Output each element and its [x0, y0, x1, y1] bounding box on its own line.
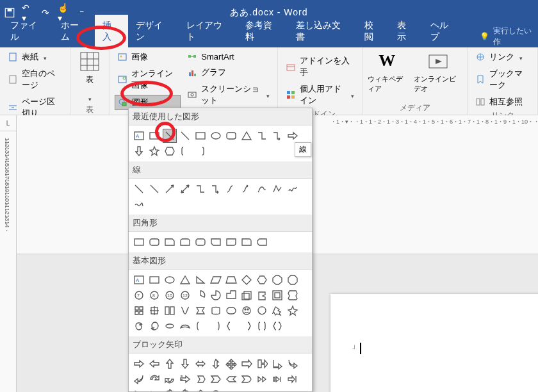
- shape-arrow-8[interactable]: [255, 357, 269, 371]
- shape-arrow-9[interactable]: [270, 357, 284, 371]
- pictures-button[interactable]: 画像: [115, 50, 181, 64]
- shape-basic-26[interactable]: [193, 304, 208, 318]
- shape-basic-10[interactable]: [286, 273, 300, 287]
- shape-bracket[interactable]: [178, 144, 192, 158]
- shape-basic-2[interactable]: [163, 273, 177, 287]
- wikipedia-button[interactable]: W ウィキペディア: [368, 50, 410, 94]
- shape-basic-13[interactable]: 10: [163, 288, 177, 302]
- tab-help[interactable]: ヘルプ: [423, 15, 464, 47]
- tab-view[interactable]: 表示: [389, 15, 422, 47]
- shape-line[interactable]: [163, 129, 177, 143]
- shape-basic-1[interactable]: [147, 273, 161, 287]
- tab-references[interactable]: 参考資料: [238, 15, 288, 47]
- tab-home[interactable]: ホーム: [53, 15, 95, 47]
- shape-basic-23[interactable]: [147, 304, 161, 318]
- shape-basic-34[interactable]: [147, 319, 161, 333]
- shape-basic-18[interactable]: [240, 288, 254, 302]
- shape-oval[interactable]: [209, 129, 223, 143]
- shape-r1[interactable]: [132, 235, 146, 249]
- shape-arrow-6[interactable]: [224, 357, 238, 371]
- shape-basic-28[interactable]: [224, 304, 238, 318]
- shape-basic-30[interactable]: [255, 304, 269, 318]
- shape-basic-40[interactable]: [240, 319, 254, 333]
- shape-conn2[interactable]: [209, 182, 223, 196]
- shape-curve3[interactable]: [255, 182, 269, 196]
- shape-freeform[interactable]: [270, 182, 284, 196]
- shape-basic-37[interactable]: [193, 319, 208, 333]
- bookmark-button[interactable]: ブックマーク: [473, 67, 532, 92]
- shape-r3[interactable]: [163, 235, 177, 249]
- shape-rectangle[interactable]: [147, 129, 161, 143]
- shape-basic-29[interactable]: [240, 304, 254, 318]
- shape-arrow-1[interactable]: [147, 357, 161, 371]
- shape-basic-38[interactable]: [209, 319, 223, 333]
- shape-arrow-r[interactable]: [286, 129, 300, 143]
- shape-basic-8[interactable]: [255, 273, 269, 287]
- shape-arrow-18[interactable]: [240, 372, 254, 386]
- shape-line-b[interactable]: [147, 182, 161, 196]
- shape-arrow-27[interactable]: [209, 388, 223, 392]
- page[interactable]: ┘: [330, 294, 538, 393]
- shape-basic-24[interactable]: [163, 304, 177, 318]
- shape-basic-15[interactable]: [193, 288, 208, 302]
- online-pictures-button[interactable]: オンライン画像: [115, 67, 181, 92]
- cover-page-button[interactable]: 表紙: [5, 50, 65, 64]
- shape-basic-42[interactable]: [270, 319, 284, 333]
- shape-basic-25[interactable]: [178, 304, 192, 318]
- shape-r5[interactable]: [193, 235, 208, 249]
- shape-basic-11[interactable]: 7: [132, 288, 146, 302]
- shape-r9[interactable]: [255, 235, 269, 249]
- shape-rect2[interactable]: [193, 129, 208, 143]
- tab-insert[interactable]: 挿入: [95, 15, 127, 47]
- shape-basic-5[interactable]: [209, 273, 223, 287]
- shape-r6[interactable]: [209, 235, 223, 249]
- shape-line-darrow[interactable]: [178, 182, 192, 196]
- tab-mailings[interactable]: 差し込み文書: [288, 15, 356, 47]
- shape-basic-16[interactable]: [209, 288, 223, 302]
- shape-arrow-15[interactable]: [193, 372, 208, 386]
- shape-line-arrow[interactable]: [163, 182, 177, 196]
- shape-arrow-26[interactable]: [193, 388, 208, 392]
- shape-basic-21[interactable]: [286, 288, 300, 302]
- shape-elbow-arrow[interactable]: [270, 129, 284, 143]
- shape-scribble2[interactable]: [132, 197, 146, 211]
- shape-basic-41[interactable]: [255, 319, 269, 333]
- shape-r4[interactable]: [178, 235, 192, 249]
- my-addins-button[interactable]: 個人用アドイン: [283, 82, 357, 108]
- shape-arrow-12[interactable]: [147, 372, 161, 386]
- link-button[interactable]: リンク: [473, 50, 532, 64]
- shape-bracket2[interactable]: [193, 144, 208, 158]
- shape-roundrect[interactable]: [224, 129, 238, 143]
- shape-basic-32[interactable]: [286, 304, 300, 318]
- shape-elbow[interactable]: [255, 129, 269, 143]
- shape-arrow-14[interactable]: [178, 372, 192, 386]
- smartart-button[interactable]: SmartArt: [184, 50, 272, 63]
- shape-arrow-17[interactable]: [224, 372, 238, 386]
- shape-arrow-25[interactable]: [178, 388, 192, 392]
- shape-arrow-19[interactable]: [255, 372, 269, 386]
- shape-arrow-d[interactable]: [132, 144, 146, 158]
- shape-r2[interactable]: [147, 235, 161, 249]
- shape-scribble[interactable]: [286, 182, 300, 196]
- tab-review[interactable]: 校閲: [357, 15, 389, 47]
- shape-basic-19[interactable]: [255, 288, 269, 302]
- shape-line2[interactable]: [178, 129, 192, 143]
- shape-basic-12[interactable]: 8: [147, 288, 161, 302]
- tab-file[interactable]: ファイル: [3, 15, 53, 47]
- shape-arrow-21[interactable]: [286, 372, 300, 386]
- shape-basic-39[interactable]: [224, 319, 238, 333]
- shape-arrow-13[interactable]: [163, 372, 177, 386]
- shape-curve2[interactable]: [240, 182, 254, 196]
- shape-basic-3[interactable]: [178, 273, 192, 287]
- shape-line-a[interactable]: [132, 182, 146, 196]
- shape-basic-35[interactable]: [163, 319, 177, 333]
- tab-design[interactable]: デザイン: [128, 15, 179, 47]
- shape-arrow-10[interactable]: [286, 357, 300, 371]
- shape-basic-0[interactable]: A: [132, 273, 146, 287]
- screenshot-button[interactable]: スクリーンショット: [184, 82, 272, 108]
- shape-arrow-0[interactable]: [132, 357, 146, 371]
- online-video-button[interactable]: オンラインビデオ: [414, 50, 462, 94]
- shape-basic-31[interactable]: [270, 304, 284, 318]
- shape-basic-6[interactable]: [224, 273, 238, 287]
- shape-basic-36[interactable]: [178, 319, 192, 333]
